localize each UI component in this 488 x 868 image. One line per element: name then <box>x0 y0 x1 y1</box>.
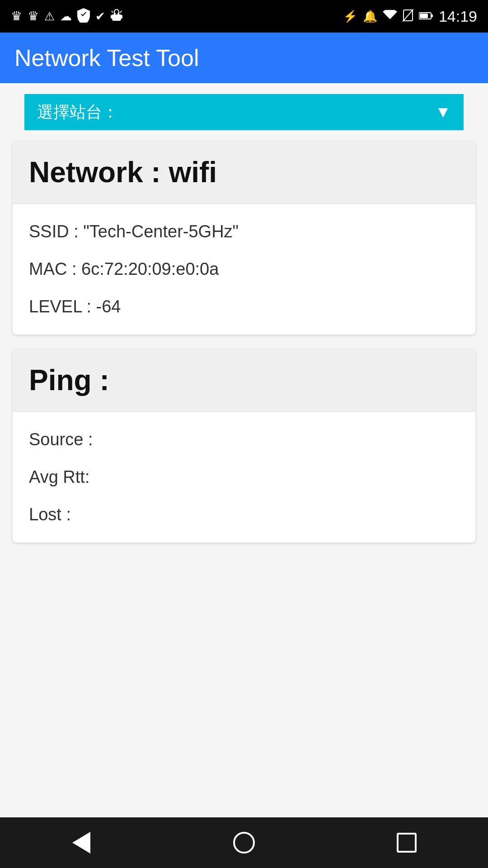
warning-icon: ⚠ <box>44 10 55 22</box>
status-time: 14:19 <box>439 8 477 25</box>
no-sim-icon <box>403 9 413 24</box>
svg-rect-10 <box>420 14 428 18</box>
back-button[interactable] <box>63 825 99 861</box>
ping-card-body: Source : Avg Rtt: Lost : <box>13 412 475 542</box>
app-bar: Network Test Tool <box>0 33 488 83</box>
app-bar-title: Network Test Tool <box>14 44 199 71</box>
ping-title: Ping : <box>29 364 109 396</box>
ssid-row: SSID : "Tech-Center-5GHz" <box>29 222 459 241</box>
back-icon <box>72 832 90 854</box>
android-icon <box>111 9 122 24</box>
svg-line-2 <box>112 11 113 13</box>
status-icons-right: ⚡ 🔔 14:19 <box>343 8 477 25</box>
check-icon: ✔ <box>95 10 105 22</box>
recents-button[interactable] <box>389 825 425 861</box>
selector-label: 選擇站台： <box>37 101 118 123</box>
bell-off-icon: 🔔 <box>363 10 377 22</box>
home-icon <box>233 832 255 854</box>
selector-container[interactable]: 選擇站台： ▼ <box>0 83 488 130</box>
ping-card-header: Ping : <box>13 349 475 412</box>
svg-rect-4 <box>111 15 112 19</box>
chevron-down-icon: ▼ <box>435 103 451 122</box>
svg-rect-9 <box>431 14 433 17</box>
network-card-header: Network : wifi <box>13 141 475 204</box>
recents-icon <box>397 833 417 853</box>
svg-rect-5 <box>121 15 122 19</box>
bluetooth-icon: ⚡ <box>343 10 357 22</box>
lost-row: Lost : <box>29 505 459 524</box>
crown1-icon: ♛ <box>11 10 22 23</box>
network-card-body: SSID : "Tech-Center-5GHz" MAC : 6c:72:20… <box>13 204 475 335</box>
svg-line-3 <box>120 11 122 13</box>
shield-icon <box>77 8 90 24</box>
main-content: Network : wifi SSID : "Tech-Center-5GHz"… <box>0 130 488 817</box>
status-icons-left: ♛ ♛ ⚠ ☁ ✔ <box>11 8 122 24</box>
ping-card: Ping : Source : Avg Rtt: Lost : <box>13 349 475 542</box>
avgrtt-row: Avg Rtt: <box>29 467 459 487</box>
svg-line-7 <box>403 9 413 22</box>
mac-row: MAC : 6c:72:20:09:e0:0a <box>29 259 459 279</box>
battery-icon <box>419 10 433 22</box>
status-bar: ♛ ♛ ⚠ ☁ ✔ ⚡ 🔔 <box>0 0 488 33</box>
navigation-bar <box>0 817 488 868</box>
home-button[interactable] <box>226 825 262 861</box>
network-card: Network : wifi SSID : "Tech-Center-5GHz"… <box>13 141 475 335</box>
wifi-icon <box>383 10 397 23</box>
station-selector[interactable]: 選擇站台： ▼ <box>24 94 464 130</box>
network-type-title: Network : wifi <box>29 156 217 189</box>
cloud-icon: ☁ <box>60 10 72 22</box>
crown2-icon: ♛ <box>28 10 39 23</box>
source-row: Source : <box>29 430 459 449</box>
level-row: LEVEL : -64 <box>29 297 459 316</box>
